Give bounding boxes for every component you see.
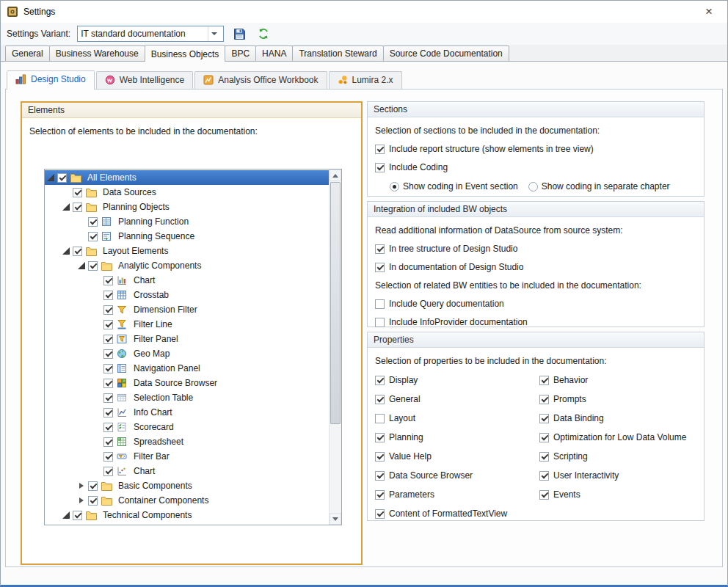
checkbox[interactable] bbox=[375, 145, 385, 154]
tree-item-crosstab[interactable]: Crosstab bbox=[45, 288, 329, 302]
expander-expanded-icon[interactable] bbox=[60, 245, 72, 257]
checkbox[interactable] bbox=[375, 244, 385, 254]
tree-item-checkbox[interactable] bbox=[103, 437, 113, 447]
tree-item-checkbox[interactable] bbox=[103, 452, 113, 462]
tab-business-warehouse[interactable]: Business Warehouse bbox=[49, 45, 145, 61]
tree-item-info-chart[interactable]: Info Chart bbox=[45, 405, 329, 420]
tree-item-technical-components[interactable]: Technical Components bbox=[45, 508, 329, 522]
expander-expanded-icon[interactable] bbox=[76, 260, 87, 271]
checkbox[interactable] bbox=[375, 509, 385, 519]
tree-item-geo-map[interactable]: Geo Map bbox=[45, 346, 329, 361]
radio-show-coding-in-event-section[interactable]: Show coding in Event section bbox=[390, 181, 518, 192]
tab-general[interactable]: General bbox=[5, 45, 50, 61]
tree-item-checkbox[interactable] bbox=[57, 173, 67, 183]
checkbox[interactable] bbox=[539, 452, 549, 462]
expander-expanded-icon[interactable] bbox=[60, 201, 72, 213]
checkbox[interactable] bbox=[375, 299, 385, 309]
expander-collapsed-icon[interactable] bbox=[76, 495, 87, 506]
checkbox-include-report-structure-show-elements-in-tree-view[interactable]: Include report structure (show elements … bbox=[375, 144, 696, 154]
tree-item-filter-line[interactable]: Filter Line bbox=[45, 317, 329, 332]
subtab-design-studio[interactable]: Design Studio bbox=[7, 70, 95, 90]
checkbox[interactable] bbox=[539, 414, 549, 423]
tree-item-all-elements[interactable]: All Elements bbox=[45, 170, 329, 185]
checkbox-planning[interactable]: Planning bbox=[375, 432, 529, 442]
tree-item-analytic-components[interactable]: Analytic Components bbox=[45, 258, 329, 273]
tree-item-dimension-filter[interactable]: Dimension Filter bbox=[45, 302, 329, 317]
tree-item-chart[interactable]: Chart bbox=[45, 464, 329, 478]
checkbox-value-help[interactable]: Value Help bbox=[375, 451, 529, 462]
checkbox-scripting[interactable]: Scripting bbox=[539, 451, 701, 462]
tree-item-navigation-panel[interactable]: Navigation Panel bbox=[45, 361, 329, 376]
checkbox-layout[interactable]: Layout bbox=[375, 413, 529, 423]
checkbox[interactable] bbox=[375, 395, 385, 404]
tree-item-checkbox[interactable] bbox=[103, 320, 113, 329]
checkbox[interactable] bbox=[375, 318, 385, 327]
tab-source-code-documentation[interactable]: Source Code Documentation bbox=[383, 45, 509, 61]
tree-item-checkbox[interactable] bbox=[103, 423, 113, 432]
checkbox-data-source-browser[interactable]: Data Source Browser bbox=[375, 470, 529, 481]
checkbox-include-coding[interactable]: Include Coding bbox=[375, 162, 696, 172]
subtab-web-intelligence[interactable]: Web Intelligence bbox=[96, 71, 194, 89]
tree-item-planning-objects[interactable]: Planning Objects bbox=[45, 200, 329, 214]
subtab-lumira-2-x[interactable]: Lumira 2.x bbox=[329, 71, 402, 89]
checkbox-events[interactable]: Events bbox=[539, 489, 701, 500]
checkbox-include-infoprovider-documentation[interactable]: Include InfoProvider documentation bbox=[375, 317, 696, 327]
tab-business-objects[interactable]: Business Objects bbox=[145, 45, 226, 62]
tree-item-checkbox[interactable] bbox=[103, 467, 113, 476]
checkbox[interactable] bbox=[539, 395, 549, 404]
checkbox[interactable] bbox=[539, 490, 549, 500]
tab-hana[interactable]: HANA bbox=[255, 45, 293, 61]
tree-item-checkbox[interactable] bbox=[103, 379, 113, 388]
combobox-dropdown-button[interactable] bbox=[208, 26, 220, 41]
tree-item-checkbox[interactable] bbox=[103, 291, 113, 300]
checkbox[interactable] bbox=[375, 414, 385, 423]
checkbox[interactable] bbox=[375, 376, 385, 385]
tree-item-checkbox[interactable] bbox=[73, 247, 82, 256]
expander-collapsed-icon[interactable] bbox=[76, 480, 87, 492]
refresh-variants-button[interactable] bbox=[255, 25, 272, 43]
checkbox-data-binding[interactable]: Data Binding bbox=[539, 413, 701, 423]
tree-item-scorecard[interactable]: Scorecard bbox=[45, 420, 329, 434]
save-variant-button[interactable] bbox=[230, 25, 248, 43]
tree-item-container-components[interactable]: Container Components bbox=[45, 493, 329, 508]
tree-item-checkbox[interactable] bbox=[103, 305, 113, 315]
checkbox[interactable] bbox=[539, 433, 549, 442]
tree-item-filter-panel[interactable]: Filter Panel bbox=[45, 332, 329, 346]
checkbox-include-query-documentation[interactable]: Include Query documentation bbox=[375, 299, 696, 309]
tree-item-planning-sequence[interactable]: Planning Sequence bbox=[45, 229, 329, 244]
checkbox[interactable] bbox=[539, 471, 549, 481]
radio-show-coding-in-separate-chapter[interactable]: Show coding in separate chapter bbox=[528, 181, 670, 192]
radio-button[interactable] bbox=[528, 182, 538, 192]
tree-item-checkbox[interactable] bbox=[73, 511, 82, 520]
tree-item-chart[interactable]: Chart bbox=[45, 273, 329, 288]
tab-bpc[interactable]: BPC bbox=[225, 45, 256, 61]
tree-item-checkbox[interactable] bbox=[103, 349, 113, 359]
checkbox-behavior[interactable]: Behavior bbox=[539, 375, 701, 385]
tree-item-data-sources[interactable]: Data Sources bbox=[45, 185, 329, 200]
tree-scrollbar[interactable] bbox=[329, 169, 341, 525]
tree-item-checkbox[interactable] bbox=[73, 203, 82, 212]
checkbox[interactable] bbox=[539, 376, 549, 385]
tab-translation-steward[interactable]: Translation Steward bbox=[292, 45, 383, 61]
tree-item-checkbox[interactable] bbox=[103, 276, 113, 285]
checkbox[interactable] bbox=[375, 490, 385, 500]
tree-item-checkbox[interactable] bbox=[88, 261, 98, 271]
tree-item-selection-table[interactable]: Selection Table bbox=[45, 390, 329, 405]
checkbox-content-of-formattedtextview[interactable]: Content of FormattedTextView bbox=[375, 508, 529, 519]
tree-item-layout-elements[interactable]: Layout Elements bbox=[45, 244, 329, 258]
checkbox[interactable] bbox=[375, 163, 385, 172]
checkbox[interactable] bbox=[375, 263, 385, 272]
tree-item-checkbox[interactable] bbox=[103, 408, 113, 418]
close-button[interactable]: × bbox=[696, 1, 721, 23]
checkbox[interactable] bbox=[375, 471, 385, 481]
tree-item-basic-components[interactable]: Basic Components bbox=[45, 478, 329, 493]
tree-item-data-source-browser[interactable]: Data Source Browser bbox=[45, 376, 329, 390]
tree-item-checkbox[interactable] bbox=[88, 481, 98, 491]
tree-item-planning-function[interactable]: Planning Function bbox=[45, 214, 329, 229]
tree-item-checkbox[interactable] bbox=[103, 393, 113, 403]
tree-item-spreadsheet[interactable]: Spreadsheet bbox=[45, 434, 329, 449]
tree-item-checkbox[interactable] bbox=[103, 335, 113, 344]
checkbox-general[interactable]: General bbox=[375, 394, 529, 404]
checkbox-display[interactable]: Display bbox=[375, 375, 529, 385]
tree-item-checkbox[interactable] bbox=[88, 496, 98, 506]
